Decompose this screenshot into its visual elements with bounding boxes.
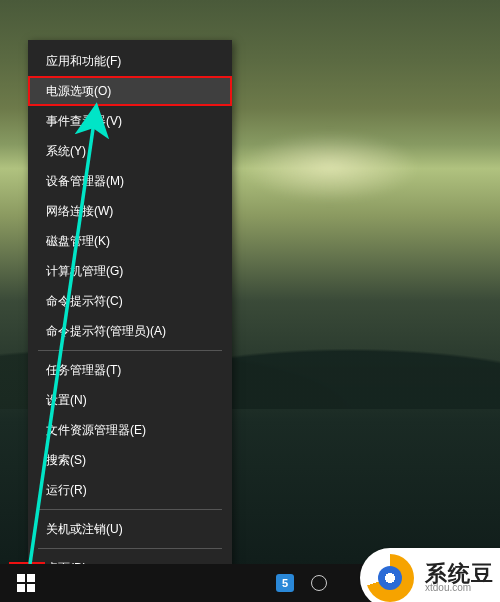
menu-item-run[interactable]: 运行(R) <box>28 475 232 505</box>
taskbar-tray: 5 <box>276 574 328 592</box>
menu-item-event-viewer[interactable]: 事件查看器(V) <box>28 106 232 136</box>
menu-item-cmd[interactable]: 命令提示符(C) <box>28 286 232 316</box>
menu-item-task-manager[interactable]: 任务管理器(T) <box>28 355 232 385</box>
wallpaper-sunlight <box>240 132 420 202</box>
svg-rect-4 <box>27 584 35 592</box>
tray-app-icon[interactable]: 5 <box>276 574 294 592</box>
menu-item-file-explorer[interactable]: 文件资源管理器(E) <box>28 415 232 445</box>
svg-rect-2 <box>27 574 35 582</box>
menu-item-cmd-admin[interactable]: 命令提示符(管理员)(A) <box>28 316 232 346</box>
menu-item-shutdown-signout[interactable]: 关机或注销(U) <box>28 514 232 544</box>
windows-logo-icon <box>17 574 35 592</box>
menu-separator <box>38 509 222 510</box>
watermark-logo-icon <box>363 551 417 602</box>
svg-rect-1 <box>17 574 25 582</box>
menu-item-computer-mgmt[interactable]: 计算机管理(G) <box>28 256 232 286</box>
menu-item-system[interactable]: 系统(Y) <box>28 136 232 166</box>
watermark-badge: 系统豆 xtdou.com <box>360 548 500 602</box>
menu-item-apps-features[interactable]: 应用和功能(F) <box>28 46 232 76</box>
winx-context-menu: 应用和功能(F) 电源选项(O) 事件查看器(V) 系统(Y) 设备管理器(M)… <box>28 40 232 589</box>
menu-separator <box>38 350 222 351</box>
menu-item-network-conn[interactable]: 网络连接(W) <box>28 196 232 226</box>
tray-circle-icon[interactable] <box>310 574 328 592</box>
menu-item-device-manager[interactable]: 设备管理器(M) <box>28 166 232 196</box>
menu-item-disk-mgmt[interactable]: 磁盘管理(K) <box>28 226 232 256</box>
menu-item-settings[interactable]: 设置(N) <box>28 385 232 415</box>
start-button[interactable] <box>6 567 46 599</box>
svg-rect-3 <box>17 584 25 592</box>
menu-separator <box>38 548 222 549</box>
watermark-subtext: xtdou.com <box>425 583 494 593</box>
menu-item-search[interactable]: 搜索(S) <box>28 445 232 475</box>
menu-item-power-options[interactable]: 电源选项(O) <box>28 76 232 106</box>
